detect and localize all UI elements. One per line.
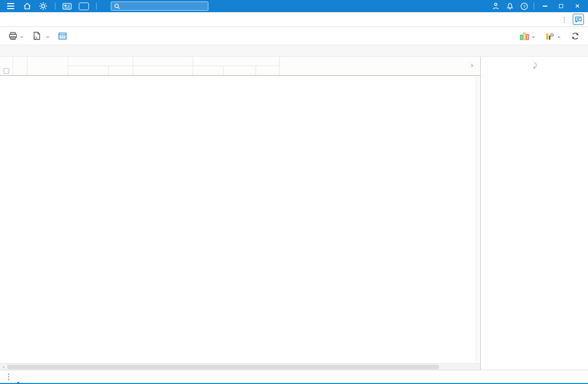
tab-overflow-menu-icon[interactable]: ⋮ — [561, 16, 568, 23]
table-grid-icon — [58, 33, 67, 40]
bottom-tab-bar: ⋮ — [0, 370, 588, 384]
brightness-icon[interactable] — [39, 2, 48, 11]
chevron-down-icon: ⌄ — [556, 34, 562, 39]
chat-bubble-icon — [575, 16, 582, 23]
table-header: › — [0, 57, 480, 76]
news-module-icon[interactable] — [63, 2, 72, 11]
horizontal-scrollbar[interactable]: ‹ — [0, 363, 480, 370]
search-icon — [114, 4, 120, 9]
chevron-down-icon: ⌄ — [45, 34, 50, 39]
analysis-settings-button[interactable]: ⌄ — [542, 30, 565, 42]
wrap-text-icon[interactable]: ⤸ — [533, 62, 537, 69]
scroll-left-arrow-icon[interactable]: ‹ — [0, 364, 7, 370]
titlebar-separator — [534, 3, 534, 10]
column-group-log[interactable] — [13, 57, 27, 66]
bc-module-icon[interactable] — [79, 3, 89, 10]
log-table: › ‹ — [0, 57, 480, 370]
minimize-button[interactable] — [539, 1, 550, 11]
titlebar-separator — [55, 3, 55, 10]
bar-chart-icon — [520, 32, 529, 40]
column-header-firma[interactable] — [133, 66, 193, 75]
printer-icon — [9, 32, 17, 40]
column-header-opis[interactable] — [280, 57, 480, 66]
column-group-kiedy[interactable] — [68, 57, 133, 66]
chart-gear-icon — [545, 32, 554, 40]
refresh-button[interactable] — [568, 30, 583, 42]
refresh-icon — [571, 32, 579, 40]
tab-bar: ⋮ — [0, 12, 588, 27]
chat-panel-button[interactable] — [573, 14, 584, 25]
app-window: ? ✕ ⋮ ⌄ ⌄ — [0, 0, 588, 384]
menu-icon[interactable] — [6, 2, 15, 11]
procedures-button[interactable]: ⌄ — [29, 29, 53, 42]
help-icon[interactable]: ? — [519, 2, 529, 11]
close-button[interactable]: ✕ — [572, 1, 583, 11]
svg-text:?: ? — [523, 4, 525, 9]
column-group-status[interactable] — [27, 57, 68, 66]
toolbar: ⌄ ⌄ ⌄ ⌄ — [0, 27, 588, 45]
expand-panel-chevron-icon[interactable]: › — [471, 61, 473, 69]
select-all-checkbox[interactable] — [4, 68, 9, 74]
chart-view-button[interactable]: ⌄ — [516, 30, 539, 42]
maximize-button[interactable] — [555, 1, 567, 11]
chevron-down-icon: ⌄ — [531, 34, 536, 39]
column-group-gdzie[interactable] — [133, 57, 193, 66]
notifications-bell-icon[interactable] — [505, 2, 514, 11]
scrollbar-thumb[interactable] — [7, 365, 439, 369]
title-bar: ? ✕ — [0, 0, 588, 12]
column-header-format[interactable] — [256, 66, 280, 75]
bottom-menu-icon[interactable]: ⋮ — [0, 370, 17, 383]
column-header-data[interactable] — [68, 66, 109, 75]
vertical-scrollbar[interactable] — [476, 76, 480, 363]
chevron-down-icon: ⌄ — [19, 34, 24, 39]
procedure-document-icon — [33, 31, 41, 40]
filter-status-bar — [0, 45, 588, 57]
titlebar-separator — [96, 3, 97, 10]
bottom-tab-parametry[interactable] — [17, 370, 19, 383]
column-header-id[interactable] — [13, 66, 27, 75]
home-icon[interactable] — [22, 2, 32, 11]
search-input[interactable] — [111, 2, 208, 11]
table-body — [0, 76, 480, 363]
detail-panel: ⤸ — [480, 57, 588, 370]
column-header-dystrybucja[interactable] — [224, 66, 256, 75]
column-header-pisma[interactable] — [193, 66, 224, 75]
goto-soft-collection-button[interactable] — [55, 30, 73, 42]
column-header-czas[interactable] — [109, 66, 133, 75]
detail-opis-label: ⤸ — [485, 62, 583, 69]
print-button[interactable]: ⌄ — [5, 30, 27, 42]
user-icon[interactable] — [491, 2, 500, 11]
column-group-rodzaj[interactable] — [193, 57, 280, 66]
